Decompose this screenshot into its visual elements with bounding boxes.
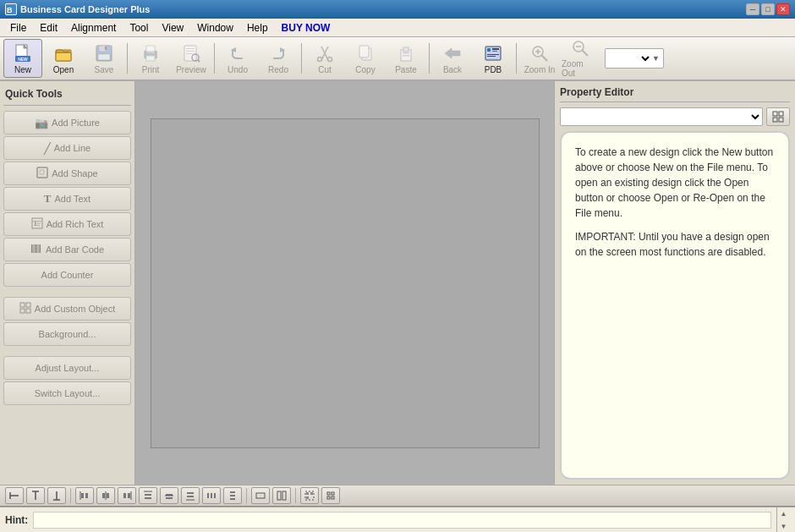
main-layout: Quick Tools 📷 Add Picture ╱ Add Line Add…	[0, 81, 795, 485]
svg-rect-110	[332, 492, 334, 495]
preview-button[interactable]: Preview	[172, 39, 211, 78]
add-bar-code-button[interactable]: Add Bar Code	[3, 238, 131, 261]
back-button[interactable]: Back	[433, 39, 472, 78]
hint-scrollbar[interactable]: ▲ ▼	[776, 507, 790, 533]
toolbar-dropdown[interactable]: ▼	[605, 48, 664, 69]
add-counter-button[interactable]: Add Counter	[3, 263, 131, 287]
hint-scroll-up[interactable]: ▲	[777, 507, 790, 520]
design-canvas	[151, 118, 540, 448]
bt-align-down[interactable]	[47, 487, 66, 504]
paste-label: Paste	[395, 65, 417, 74]
svg-rect-57	[33, 244, 34, 253]
add-shape-button[interactable]: Add Shape	[3, 162, 131, 185]
property-editor-option-button[interactable]	[766, 107, 790, 126]
bt-sep3	[295, 488, 296, 503]
property-editor-select[interactable]	[560, 107, 763, 126]
svg-rect-49	[37, 167, 47, 178]
bt-align-up[interactable]	[26, 487, 45, 504]
undo-icon	[228, 43, 248, 63]
pdb-button[interactable]: PDB	[474, 39, 513, 78]
svg-rect-80	[102, 493, 105, 498]
menu-edit[interactable]: Edit	[33, 20, 64, 36]
svg-rect-103	[277, 491, 281, 500]
hint-input[interactable]	[33, 512, 771, 529]
undo-label: Undo	[228, 65, 248, 74]
property-editor-title: Property Editor	[560, 86, 790, 102]
property-editor-panel: Property Editor To create a new design c…	[554, 81, 795, 485]
svg-rect-109	[327, 492, 330, 495]
cut-icon	[315, 43, 335, 63]
add-text-button[interactable]: T Add Text	[3, 187, 131, 211]
copy-button[interactable]: Copy	[346, 39, 385, 78]
redo-button[interactable]: Redo	[259, 39, 298, 78]
hint-scroll-down[interactable]: ▼	[777, 520, 790, 533]
minimize-button[interactable]: ─	[746, 3, 759, 15]
menu-help[interactable]: Help	[240, 20, 275, 36]
property-editor-message: To create a new design click the New but…	[560, 131, 790, 480]
adjust-layout-button[interactable]: Adjust Layout...	[3, 356, 131, 380]
bt-even-h[interactable]	[202, 487, 221, 504]
svg-rect-83	[123, 493, 126, 498]
open-button[interactable]: Open	[44, 39, 83, 78]
paste-button[interactable]: Paste	[387, 39, 425, 78]
bt-even-v[interactable]	[223, 487, 242, 504]
toolbar: NEW New Open Save	[0, 37, 795, 81]
add-line-button[interactable]: ╱ Add Line	[3, 136, 131, 160]
add-picture-button[interactable]: 📷 Add Picture	[3, 111, 131, 134]
title-bar: B Business Card Designer Plus ─ □ ✕	[0, 0, 795, 19]
switch-layout-button[interactable]: Switch Layout...	[3, 381, 131, 405]
menu-buy-now[interactable]: BUY NOW	[275, 20, 337, 36]
print-button[interactable]: Print	[131, 39, 170, 78]
menu-window[interactable]: Window	[190, 20, 240, 36]
svg-point-16	[153, 52, 155, 54]
cut-button[interactable]: Cut	[305, 39, 344, 78]
zoom-out-button[interactable]: Zoom Out	[561, 39, 600, 78]
svg-rect-66	[779, 112, 783, 116]
bottom-toolbar	[0, 485, 795, 507]
bt-align-left[interactable]	[5, 487, 24, 504]
svg-text:B: B	[7, 6, 13, 14]
bt-distribute-right[interactable]	[118, 487, 136, 504]
add-custom-object-icon	[19, 302, 31, 315]
bt-ungroup[interactable]	[321, 487, 340, 504]
bt-distribute-center-v[interactable]	[96, 487, 115, 504]
svg-rect-86	[145, 494, 151, 496]
svg-point-28	[328, 57, 332, 61]
svg-rect-13	[146, 46, 155, 52]
copy-icon	[355, 43, 376, 63]
zoom-in-label: Zoom In	[524, 65, 556, 74]
svg-rect-34	[403, 55, 409, 57]
bt-size-height[interactable]	[272, 487, 291, 504]
menu-view[interactable]: View	[155, 20, 190, 36]
maximize-button[interactable]: □	[761, 3, 775, 15]
new-icon: NEW	[13, 43, 33, 63]
bt-group[interactable]	[300, 487, 319, 504]
toolbar-dropdown-select[interactable]	[609, 52, 652, 64]
sep4	[429, 43, 430, 74]
bt-distribute-center-h[interactable]	[160, 487, 178, 504]
svg-rect-111	[327, 496, 330, 499]
save-button[interactable]: Save	[85, 39, 123, 78]
bt-sep2	[246, 488, 247, 503]
background-button[interactable]: Background...	[3, 322, 131, 346]
bt-size-width[interactable]	[251, 487, 270, 504]
bt-distribute-top[interactable]	[139, 487, 157, 504]
undo-button[interactable]: Undo	[218, 39, 257, 78]
svg-rect-33	[403, 52, 409, 54]
svg-rect-87	[145, 497, 151, 499]
new-button[interactable]: NEW New	[3, 39, 42, 78]
canvas-area	[135, 81, 554, 485]
svg-rect-50	[40, 170, 44, 174]
add-rich-text-button[interactable]: T Add Rich Text	[3, 212, 131, 236]
bt-distribute-bottom[interactable]	[181, 487, 200, 504]
menu-alignment[interactable]: Alignment	[64, 20, 123, 36]
add-custom-object-button[interactable]: Add Custom Object	[3, 297, 131, 321]
zoom-in-button[interactable]: Zoom In	[520, 39, 559, 78]
bt-distribute-left[interactable]	[75, 487, 94, 504]
close-button[interactable]: ✕	[776, 3, 790, 15]
message-para1: To create a new design click the New but…	[575, 145, 775, 221]
menu-tool[interactable]: Tool	[123, 20, 155, 36]
svg-rect-104	[282, 491, 286, 500]
property-editor-dropdown-row	[560, 107, 790, 126]
menu-file[interactable]: File	[3, 20, 33, 36]
